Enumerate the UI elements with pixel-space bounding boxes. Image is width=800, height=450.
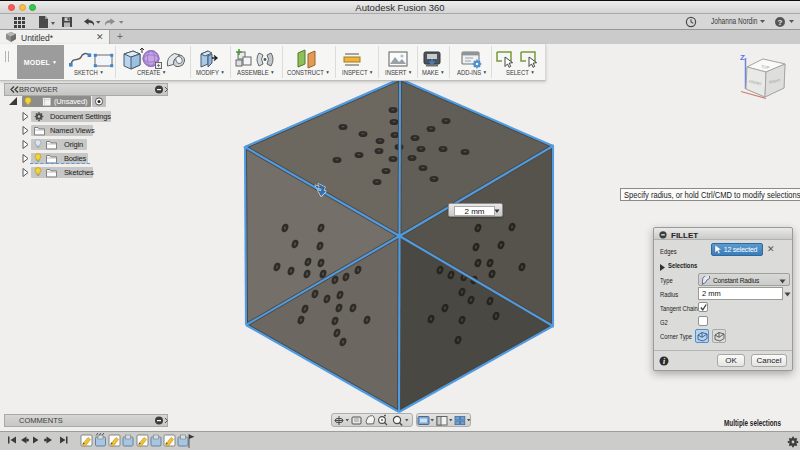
svg-text:Z: Z <box>740 53 745 62</box>
svg-text:?: ? <box>778 18 783 27</box>
